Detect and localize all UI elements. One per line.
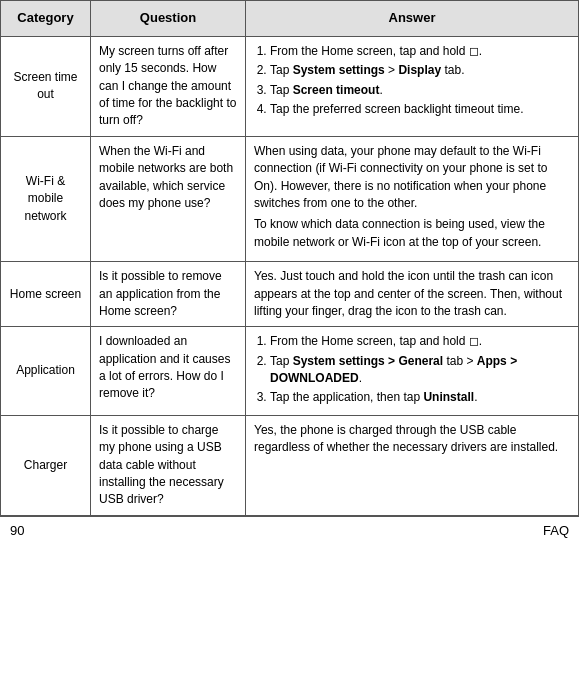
- category-cell: Screen time out: [1, 36, 91, 136]
- list-item: Tap System settings > General tab > Apps…: [270, 353, 570, 388]
- page-footer: 90 FAQ: [0, 516, 579, 544]
- answer-paragraph: When using data, your phone may default …: [254, 143, 570, 213]
- answer-cell: From the Home screen, tap and hold ◻.Tap…: [246, 327, 579, 416]
- page-number: 90: [10, 523, 24, 538]
- faq-page: Category Question Answer Screen time out…: [0, 0, 579, 544]
- question-cell: I downloaded an application and it cause…: [91, 327, 246, 416]
- list-item: From the Home screen, tap and hold ◻.: [270, 43, 570, 60]
- question-cell: Is it possible to remove an application …: [91, 262, 246, 327]
- list-item: From the Home screen, tap and hold ◻.: [270, 333, 570, 350]
- header-question: Question: [91, 1, 246, 37]
- table-row: ChargerIs it possible to charge my phone…: [1, 415, 579, 515]
- header-category: Category: [1, 1, 91, 37]
- table-row: Wi-Fi & mobile networkWhen the Wi-Fi and…: [1, 136, 579, 261]
- list-item: Tap the preferred screen backlight timeo…: [270, 101, 570, 118]
- category-cell: Application: [1, 327, 91, 416]
- header-answer: Answer: [246, 1, 579, 37]
- table-row: ApplicationI downloaded an application a…: [1, 327, 579, 416]
- category-cell: Wi-Fi & mobile network: [1, 136, 91, 261]
- answer-cell: Yes, the phone is charged through the US…: [246, 415, 579, 515]
- table-row: Screen time outMy screen turns off after…: [1, 36, 579, 136]
- question-cell: Is it possible to charge my phone using …: [91, 415, 246, 515]
- answer-cell: From the Home screen, tap and hold ◻.Tap…: [246, 36, 579, 136]
- category-cell: Home screen: [1, 262, 91, 327]
- category-cell: Charger: [1, 415, 91, 515]
- question-cell: When the Wi-Fi and mobile networks are b…: [91, 136, 246, 261]
- section-label: FAQ: [543, 523, 569, 538]
- table-row: Home screenIs it possible to remove an a…: [1, 262, 579, 327]
- list-item: Tap Screen timeout.: [270, 82, 570, 99]
- answer-paragraph: To know which data connection is being u…: [254, 216, 570, 251]
- answer-cell: When using data, your phone may default …: [246, 136, 579, 261]
- question-cell: My screen turns off after only 15 second…: [91, 36, 246, 136]
- list-item: Tap System settings > Display tab.: [270, 62, 570, 79]
- list-item: Tap the application, then tap Uninstall.: [270, 389, 570, 406]
- answer-cell: Yes. Just touch and hold the icon until …: [246, 262, 579, 327]
- faq-table: Category Question Answer Screen time out…: [0, 0, 579, 516]
